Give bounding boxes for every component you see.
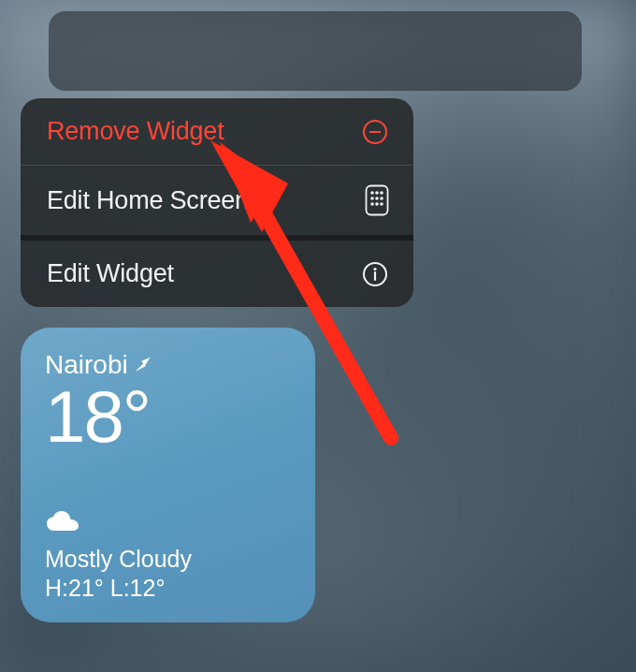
remove-minus-circle-icon bbox=[361, 118, 389, 146]
svg-point-5 bbox=[380, 191, 383, 195]
svg-point-3 bbox=[370, 191, 374, 195]
svg-point-10 bbox=[375, 202, 379, 206]
weather-condition: Mostly Cloudy bbox=[45, 546, 291, 573]
weather-high-low: H:21° L:12° bbox=[45, 575, 291, 602]
svg-point-9 bbox=[370, 202, 374, 206]
background-card bbox=[49, 11, 582, 91]
svg-point-4 bbox=[375, 191, 379, 195]
svg-point-11 bbox=[380, 202, 383, 206]
weather-bottom-section: Mostly Cloudy H:21° L:12° bbox=[45, 510, 291, 602]
edit-widget-menu-item[interactable]: Edit Widget bbox=[21, 241, 413, 307]
svg-point-7 bbox=[375, 197, 379, 200]
edit-widget-label: Edit Widget bbox=[47, 259, 174, 288]
edit-home-screen-menu-item[interactable]: Edit Home Screen bbox=[21, 166, 413, 241]
svg-point-6 bbox=[370, 197, 374, 200]
info-circle-icon bbox=[361, 260, 389, 288]
widget-context-menu: Remove Widget Edit Home Screen bbox=[21, 98, 413, 307]
remove-widget-label: Remove Widget bbox=[47, 117, 224, 146]
weather-top-section: Nairobi 18° bbox=[45, 350, 291, 453]
edit-home-screen-label: Edit Home Screen bbox=[47, 186, 249, 215]
remove-widget-menu-item[interactable]: Remove Widget bbox=[21, 98, 413, 166]
svg-point-13 bbox=[373, 267, 376, 270]
svg-rect-2 bbox=[367, 186, 388, 215]
svg-point-8 bbox=[380, 197, 383, 200]
weather-temperature: 18° bbox=[45, 380, 291, 453]
home-screen-grid-icon bbox=[365, 184, 389, 216]
cloud-icon bbox=[45, 510, 291, 538]
weather-widget[interactable]: Nairobi 18° Mostly Cloudy H:21° L:12° bbox=[21, 328, 315, 622]
